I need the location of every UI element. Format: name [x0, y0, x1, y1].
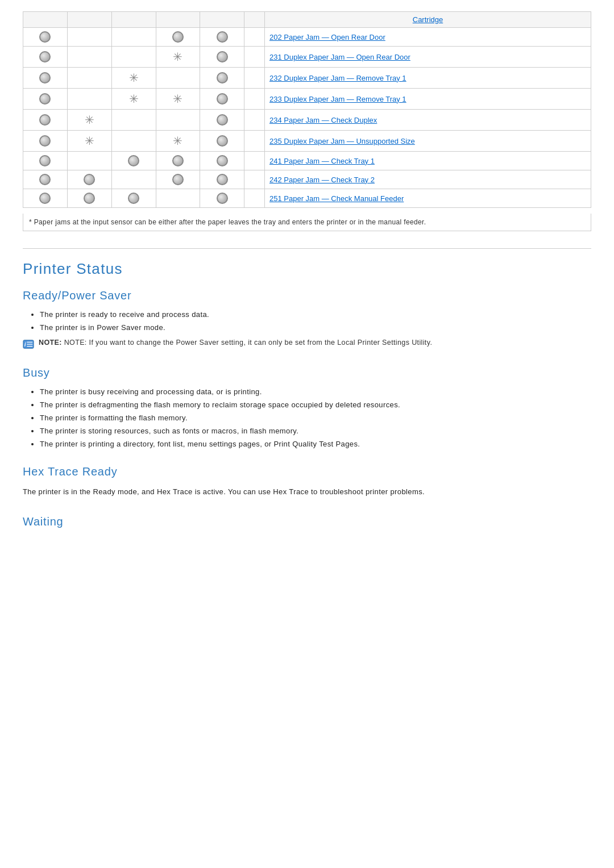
circle-icon — [217, 174, 228, 185]
error-link-cell[interactable]: 242 Paper Jam — Check Tray 2 — [264, 170, 591, 189]
printer-status-title: Printer Status — [23, 260, 591, 278]
col6-cell — [244, 89, 265, 110]
col6-cell — [244, 47, 265, 68]
col2-cell: ✳ — [67, 110, 111, 131]
error-link[interactable]: 242 Paper Jam — Check Tray 2 — [269, 176, 375, 184]
error-link[interactable]: 241 Paper Jam — Check Tray 1 — [269, 157, 375, 165]
circle-icon — [128, 193, 139, 204]
col5-cell — [200, 152, 244, 170]
circle-icon — [39, 193, 51, 204]
asterisk-icon: ✳ — [85, 134, 94, 148]
waiting-title: Waiting — [23, 515, 591, 528]
asterisk-icon: ✳ — [129, 92, 139, 106]
table-row: ✳✳233 Duplex Paper Jam — Remove Tray 1 — [23, 89, 591, 110]
table-row: 241 Paper Jam — Check Tray 1 — [23, 152, 591, 170]
error-link-cell[interactable]: 235 Duplex Paper Jam — Unsupported Size — [264, 131, 591, 152]
circle-icon — [39, 174, 51, 185]
col6-cell — [244, 131, 265, 152]
col6-cell — [244, 189, 265, 208]
circle-icon — [39, 93, 51, 105]
list-item: The printer is ready to receive and proc… — [40, 310, 591, 319]
circle-icon — [217, 93, 228, 105]
col3-cell: ✳ — [111, 89, 156, 110]
col1-cell — [23, 131, 68, 152]
list-item: The printer is in Power Saver mode. — [40, 323, 591, 332]
col1-cell — [23, 47, 68, 68]
col5-header — [200, 12, 244, 28]
error-link-cell[interactable]: 231 Duplex Paper Jam — Open Rear Door — [264, 47, 591, 68]
circle-icon — [84, 193, 95, 204]
col1-cell — [23, 170, 68, 189]
note-text: NOTE: NOTE: If you want to change the Po… — [39, 339, 432, 347]
ready-power-saver-title: Ready/Power Saver — [23, 289, 591, 302]
table-row: ✳232 Duplex Paper Jam — Remove Tray 1 — [23, 68, 591, 89]
col4-cell — [156, 152, 200, 170]
hex-trace-body: The printer is in the Ready mode, and He… — [23, 486, 591, 498]
col3-cell — [111, 110, 156, 131]
col1-header — [23, 12, 68, 28]
col4-cell — [156, 110, 200, 131]
circle-icon — [84, 174, 95, 185]
table-row: 202 Paper Jam — Open Rear Door — [23, 28, 591, 47]
col1-cell — [23, 189, 68, 208]
note-icon: i — [23, 339, 34, 349]
asterisk-icon: ✳ — [173, 92, 182, 106]
col2-cell — [67, 152, 111, 170]
printer-status-section: Printer Status Ready/Power Saver The pri… — [23, 260, 591, 528]
table-row: ✳✳235 Duplex Paper Jam — Unsupported Siz… — [23, 131, 591, 152]
busy-title: Busy — [23, 366, 591, 379]
error-link[interactable]: 234 Paper Jam — Check Duplex — [269, 116, 377, 124]
col6-header — [244, 12, 265, 28]
jam-table: Cartridge 202 Paper Jam — Open Rear Door… — [23, 11, 591, 208]
col4-cell — [156, 68, 200, 89]
circle-icon — [128, 155, 139, 166]
error-link[interactable]: 251 Paper Jam — Check Manual Feeder — [269, 194, 404, 203]
cartridge-link[interactable]: Cartridge — [413, 15, 443, 24]
col5-cell — [200, 28, 244, 47]
error-link-cell[interactable]: 232 Duplex Paper Jam — Remove Tray 1 — [264, 68, 591, 89]
col2-cell — [67, 68, 111, 89]
section-divider — [23, 248, 591, 249]
col3-cell — [111, 28, 156, 47]
table-row: ✳231 Duplex Paper Jam — Open Rear Door — [23, 47, 591, 68]
ready-power-saver-list: The printer is ready to receive and proc… — [23, 310, 591, 332]
col3-cell — [111, 170, 156, 189]
list-item: The printer is defragmenting the flash m… — [40, 400, 591, 409]
error-link[interactable]: 235 Duplex Paper Jam — Unsupported Size — [269, 137, 415, 145]
error-link-cell[interactable]: 202 Paper Jam — Open Rear Door — [264, 28, 591, 47]
circle-icon — [217, 193, 228, 204]
circle-icon — [172, 31, 184, 43]
col4-cell: ✳ — [156, 47, 200, 68]
error-link-cell[interactable]: 241 Paper Jam — Check Tray 1 — [264, 152, 591, 170]
asterisk-icon: ✳ — [173, 50, 182, 64]
circle-icon — [39, 31, 51, 43]
circle-icon — [39, 135, 51, 147]
col3-header — [111, 12, 156, 28]
error-link[interactable]: 233 Duplex Paper Jam — Remove Tray 1 — [269, 95, 406, 103]
svg-text:i: i — [24, 341, 26, 348]
circle-icon — [217, 114, 228, 126]
col4-cell: ✳ — [156, 131, 200, 152]
error-link-cell[interactable]: 251 Paper Jam — Check Manual Feeder — [264, 189, 591, 208]
col4-cell — [156, 170, 200, 189]
circle-icon — [172, 155, 184, 166]
col2-header — [67, 12, 111, 28]
col1-cell — [23, 68, 68, 89]
col5-cell — [200, 68, 244, 89]
error-link-cell[interactable]: 234 Paper Jam — Check Duplex — [264, 110, 591, 131]
col6-cell — [244, 170, 265, 189]
error-link[interactable]: 232 Duplex Paper Jam — Remove Tray 1 — [269, 74, 406, 82]
table-footnote: * Paper jams at the input sensor can be … — [23, 214, 591, 231]
col5-cell — [200, 110, 244, 131]
error-link-cell[interactable]: 233 Duplex Paper Jam — Remove Tray 1 — [264, 89, 591, 110]
error-link[interactable]: 231 Duplex Paper Jam — Open Rear Door — [269, 53, 410, 61]
col3-cell — [111, 131, 156, 152]
col1-cell — [23, 28, 68, 47]
col6-cell — [244, 28, 265, 47]
asterisk-icon: ✳ — [129, 71, 139, 85]
col5-cell — [200, 131, 244, 152]
table-row: ✳234 Paper Jam — Check Duplex — [23, 110, 591, 131]
list-item: The printer is formatting the flash memo… — [40, 414, 591, 422]
col1-cell — [23, 89, 68, 110]
error-link[interactable]: 202 Paper Jam — Open Rear Door — [269, 33, 385, 41]
